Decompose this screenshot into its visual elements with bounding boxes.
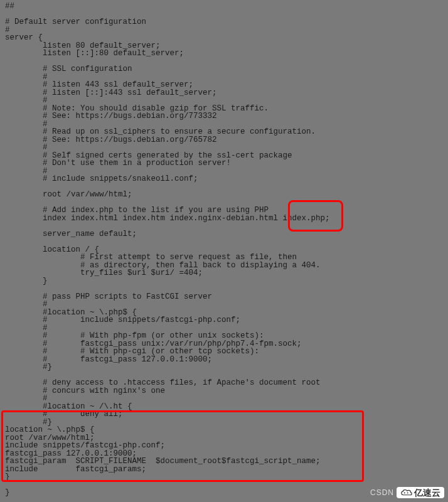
code-line: fastcgi_param SCRIPT_FILENAME $document_… [5, 457, 443, 466]
svg-point-0 [404, 493, 405, 494]
code-line: # [5, 26, 443, 35]
code-line: include snippets/fastcgi-php.conf; [5, 442, 443, 450]
code-line: # fastcgi_pass 127.0.0.1:9000; [5, 356, 443, 364]
code-line: root /var/www/html; [5, 191, 443, 199]
code-line [5, 222, 443, 230]
code-line: # Read up on ssl_ciphers to ensure a sec… [5, 128, 443, 136]
code-line: # # With php-cgi (or other tcp sockets): [5, 348, 443, 356]
code-line: # Add index.php to the list if you are u… [5, 206, 443, 215]
code-line: # concurs with nginx's one [5, 387, 443, 395]
code-line: # pass PHP scripts to FastCGI server [5, 293, 443, 301]
code-line: # listen [::]:443 ssl default_server; [5, 89, 443, 97]
code-line: # include snippets/fastcgi-php.conf; [5, 316, 443, 324]
svg-point-1 [407, 493, 408, 494]
code-line: # deny access to .htaccess files, if Apa… [5, 379, 443, 387]
code-line: # See: https://bugs.debian.org/765782 [5, 136, 443, 144]
code-line: index index.html index.htm index.nginx-d… [5, 215, 443, 223]
code-line: server { [5, 34, 443, 42]
watermark-csdn: CSDN [370, 489, 394, 496]
code-line: } [5, 473, 443, 481]
code-line: # Don't use them in a production server! [5, 159, 443, 168]
code-line: # listen 443 ssl default_server; [5, 81, 443, 89]
code-line: # SSL configuration [5, 65, 443, 73]
code-line: ## [5, 3, 443, 11]
code-line: try_files $uri $uri/ =404; [5, 269, 443, 277]
watermark: CSDN 亿速云 [370, 487, 444, 498]
code-line: # [5, 144, 443, 152]
code-line [5, 238, 443, 246]
watermark-brand-logo: 亿速云 [397, 487, 444, 498]
code-line: # deny all; [5, 410, 443, 419]
code-line: #} [5, 363, 443, 371]
code-line: # See: https://bugs.debian.org/773332 [5, 112, 443, 120]
code-line: include fastcgi_params; [5, 466, 443, 474]
code-line [5, 285, 443, 293]
code-line: listen [::]:80 default_server; [5, 50, 443, 58]
code-line: # [5, 97, 443, 105]
code-line: # # With php-fpm (or other unix sockets)… [5, 332, 443, 340]
code-line: location ~ \.php$ { [5, 426, 443, 434]
cloud-icon [400, 489, 413, 496]
code-line: # [5, 301, 443, 309]
code-line: # [5, 395, 443, 403]
code-editor: ## # Default server configuration#server… [0, 0, 448, 499]
code-line: server_name default; [5, 230, 443, 238]
code-line: } [5, 277, 443, 286]
code-line: # First attempt to serve request as file… [5, 254, 443, 262]
watermark-brand-text: 亿速云 [414, 488, 440, 497]
code-line: # Default server configuration [5, 18, 443, 26]
code-line: # include snippets/snakeoil.conf; [5, 175, 443, 183]
